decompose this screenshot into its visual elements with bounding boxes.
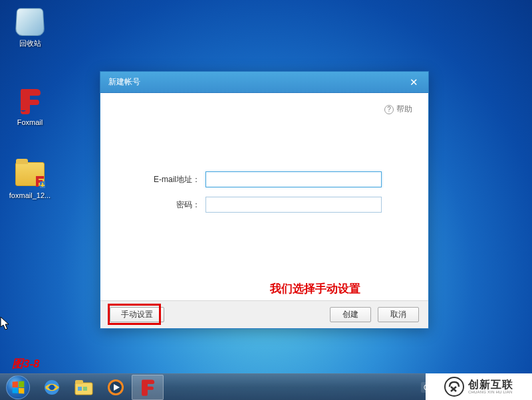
taskbar-explorer[interactable] [68, 375, 100, 400]
desktop-icon-foxmail[interactable]: Foxmail [7, 85, 53, 126]
manual-setup-button[interactable]: 手动设置 [110, 307, 164, 322]
windows-logo-icon [6, 375, 30, 399]
password-row: 密码： [119, 197, 410, 213]
foxmail-icon [139, 378, 156, 397]
watermark: 创新互联 CHUANG XIN HU LIAN [426, 373, 532, 400]
watermark-sub: CHUANG XIN HU LIAN [468, 390, 513, 394]
svg-rect-5 [83, 387, 87, 391]
taskbar-media-player[interactable] [100, 375, 132, 400]
svg-rect-3 [75, 380, 83, 384]
foxmail-icon [14, 85, 46, 117]
mouse-cursor [0, 316, 11, 331]
cancel-button[interactable]: 取消 [378, 307, 419, 322]
media-player-icon [106, 378, 125, 397]
annotation-text: 我们选择手动设置 [270, 281, 360, 296]
help-text: 帮助 [396, 104, 412, 115]
desktop-icon-recycle-bin[interactable]: 回收站 [7, 5, 53, 49]
taskbar-ie[interactable] [36, 375, 68, 400]
folder-icon [14, 158, 46, 190]
password-label: 密码： [119, 199, 205, 211]
new-account-dialog: 新建帐号 ✕ ? 帮助 E-mail地址： 密码： 我们选择手动设置 [100, 71, 429, 329]
start-button[interactable] [0, 374, 36, 401]
ie-icon [43, 378, 61, 397]
email-row: E-mail地址： [119, 171, 410, 187]
form-area: E-mail地址： 密码： [119, 171, 410, 213]
svg-point-1 [49, 385, 55, 390]
svg-rect-4 [78, 387, 82, 391]
explorer-icon [74, 379, 94, 396]
icon-label: foxmail_12... [7, 191, 53, 199]
dialog-body: ? 帮助 E-mail地址： 密码： 我们选择手动设置 手动设置 创建 取消 [100, 93, 428, 328]
help-icon: ? [384, 105, 394, 114]
taskbar-foxmail[interactable] [132, 375, 164, 400]
close-icon: ✕ [410, 76, 418, 88]
figure-label: 图3-8 [12, 356, 40, 371]
dialog-footer: 手动设置 创建 取消 [100, 300, 428, 328]
email-input[interactable] [205, 171, 382, 187]
dialog-title: 新建帐号 [108, 76, 140, 88]
close-button[interactable]: ✕ [399, 72, 428, 93]
email-label: E-mail地址： [119, 174, 205, 185]
icon-label: Foxmail [7, 118, 53, 126]
watermark-main: 创新互联 [468, 379, 513, 390]
dialog-titlebar[interactable]: 新建帐号 ✕ [100, 72, 428, 93]
create-button[interactable]: 创建 [330, 307, 371, 322]
watermark-logo-icon [444, 377, 464, 397]
desktop-icon-foxmail-installer[interactable]: foxmail_12... [7, 158, 53, 199]
password-input[interactable] [205, 197, 382, 213]
desktop: 回收站 Foxmail foxmail_12... 新建帐号 ✕ ? 帮助 [0, 0, 532, 400]
recycle-bin-icon [14, 5, 46, 37]
help-link[interactable]: ? 帮助 [384, 104, 412, 115]
icon-label: 回收站 [7, 39, 53, 49]
